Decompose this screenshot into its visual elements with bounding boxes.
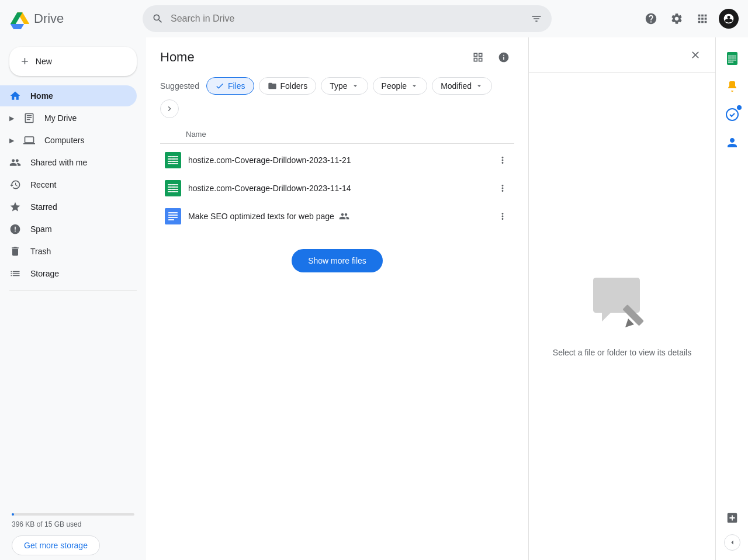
drive-logo-icon <box>9 8 30 29</box>
filter-chip-people[interactable]: People <box>373 77 428 95</box>
docs-icon <box>165 208 181 224</box>
app-icon-keep[interactable] <box>721 75 744 98</box>
arrow-computers-icon: ▶ <box>9 137 14 144</box>
apps-sidebar <box>715 37 748 560</box>
sidebar: + New Home ▶ My Drive ▶ Computers Shared… <box>0 37 146 560</box>
sidebar-item-shared-with-me[interactable]: Shared with me <box>0 152 137 173</box>
app-name: Drive <box>34 11 64 26</box>
file-name-2: hostize.com-Coverage-Drilldown-2023-11-1… <box>188 184 493 193</box>
shared-people-icon <box>339 211 349 222</box>
sheets-icon <box>165 152 181 168</box>
file-more-button-2[interactable] <box>493 179 512 198</box>
sidebar-item-label-computers: Computers <box>44 136 84 145</box>
sidebar-item-starred[interactable]: Starred <box>0 196 137 217</box>
collapse-icon <box>728 538 736 547</box>
app-icon-sheets[interactable] <box>721 47 744 70</box>
apps-button[interactable] <box>691 7 714 30</box>
new-button[interactable]: + New <box>9 47 137 76</box>
show-more-files-button[interactable]: Show more files <box>292 249 383 272</box>
sidebar-item-label-my-drive: My Drive <box>44 113 77 123</box>
settings-button[interactable] <box>665 7 688 30</box>
main-content: Home Suggested Files Folders <box>146 37 528 560</box>
filter-chip-modified[interactable]: Modified <box>432 77 492 95</box>
type-chip-label: Type <box>330 81 347 91</box>
suggested-label: Suggested <box>160 81 199 91</box>
right-panel: Select a file or folder to view its deta… <box>528 37 715 560</box>
svg-rect-7 <box>168 163 178 164</box>
folder-chip-icon <box>268 81 277 91</box>
sidebar-item-home[interactable]: Home <box>0 85 137 106</box>
search-tune-icon[interactable] <box>531 13 542 25</box>
svg-rect-13 <box>168 189 178 190</box>
grid-view-button[interactable] <box>468 47 489 68</box>
name-column-header: Name <box>160 130 206 139</box>
logo-area: Drive <box>9 8 138 29</box>
apps-grid-icon <box>696 12 709 25</box>
empty-panel-state: Select a file or folder to view its deta… <box>529 73 715 560</box>
storage-icon <box>9 268 21 279</box>
storage-bar-bg <box>12 513 134 516</box>
topbar: Drive <box>0 0 748 37</box>
check-icon <box>215 81 224 91</box>
filter-chip-type[interactable]: Type <box>321 77 368 95</box>
filter-chip-files[interactable]: Files <box>206 77 254 95</box>
svg-rect-3 <box>165 152 181 168</box>
sidebar-item-spam[interactable]: Spam <box>0 219 137 240</box>
sidebar-item-computers[interactable]: ▶ Computers <box>0 130 137 151</box>
more-vert-icon <box>497 155 508 165</box>
new-plus-icon: + <box>21 55 29 68</box>
add-apps-button[interactable] <box>721 506 744 530</box>
file-more-button-3[interactable] <box>493 207 512 226</box>
file-icon-sheets-2 <box>162 178 183 199</box>
info-button[interactable] <box>493 47 514 68</box>
sidebar-item-label-spam: Spam <box>30 224 52 234</box>
sidebar-divider <box>9 290 137 291</box>
svg-rect-14 <box>168 191 178 192</box>
get-more-storage-button[interactable]: Get more storage <box>12 535 100 555</box>
right-panel-header <box>529 37 715 73</box>
app-icon-tasks[interactable] <box>721 103 744 126</box>
avatar[interactable] <box>719 9 739 29</box>
svg-rect-27 <box>728 60 736 61</box>
sidebar-item-trash[interactable]: Trash <box>0 241 137 262</box>
trash-icon <box>9 246 21 257</box>
svg-rect-4 <box>168 156 178 157</box>
app-icon-contacts[interactable] <box>721 131 744 154</box>
svg-rect-12 <box>168 186 178 188</box>
storage-bar-fill <box>12 513 14 516</box>
close-panel-button[interactable] <box>685 44 706 65</box>
sidebar-item-label-starred: Starred <box>30 202 57 212</box>
sidebar-item-recent[interactable]: Recent <box>0 174 137 195</box>
tasks-notification-badge <box>737 105 742 110</box>
tasks-app-icon <box>725 108 739 122</box>
spam-icon <box>9 223 21 235</box>
filter-chip-folders[interactable]: Folders <box>259 77 317 95</box>
help-button[interactable] <box>639 7 663 30</box>
shared-with-me-icon <box>9 157 21 168</box>
modified-chip-label: Modified <box>441 81 472 91</box>
file-row[interactable]: hostize.com-Coverage-Drilldown-2023-11-1… <box>160 174 514 202</box>
file-more-button-1[interactable] <box>493 151 512 170</box>
more-filters-button[interactable] <box>160 99 179 118</box>
search-icon <box>152 13 164 25</box>
file-row[interactable]: Make SEO optimized texts for web page <box>160 202 514 230</box>
page-title: Home <box>160 50 195 65</box>
avatar-icon <box>723 13 735 25</box>
file-row[interactable]: hostize.com-Coverage-Drilldown-2023-11-2… <box>160 146 514 174</box>
sidebar-item-label-home: Home <box>30 91 53 101</box>
empty-panel-text: Select a file or folder to view its deta… <box>553 347 691 359</box>
svg-rect-10 <box>165 180 181 196</box>
collapse-panel-button[interactable] <box>724 534 740 551</box>
svg-marker-2 <box>11 24 24 29</box>
search-input[interactable] <box>171 13 524 24</box>
people-chevron-icon <box>410 82 418 90</box>
close-icon <box>690 49 701 61</box>
add-apps-icon <box>726 511 739 524</box>
svg-point-31 <box>726 109 738 120</box>
svg-rect-25 <box>728 56 736 57</box>
folders-chip-label: Folders <box>280 81 308 91</box>
sidebar-item-storage[interactable]: Storage <box>0 263 137 284</box>
svg-rect-5 <box>168 158 178 160</box>
search-bar[interactable] <box>143 5 552 32</box>
sidebar-item-my-drive[interactable]: ▶ My Drive <box>0 108 137 129</box>
